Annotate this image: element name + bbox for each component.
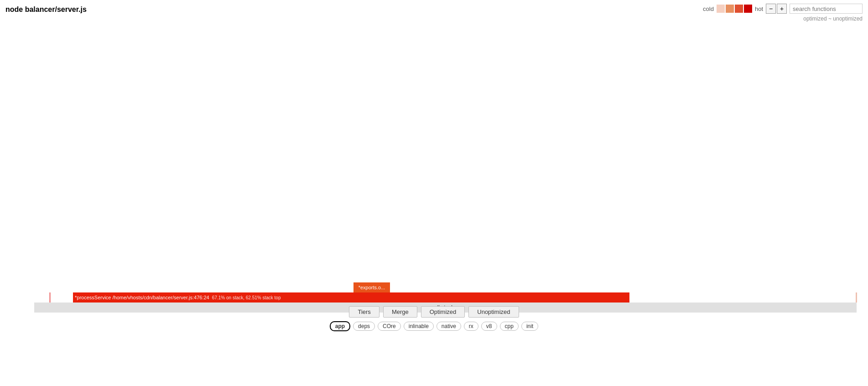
filter-tags: app deps COre inlinable native rx v8 cpp… [330, 321, 539, 331]
hot-label: hot [755, 5, 763, 12]
process-label: *processService /home/vhosts/cdn/balance… [75, 295, 281, 300]
tag-rx[interactable]: rx [464, 322, 478, 331]
tag-core[interactable]: COre [378, 322, 401, 331]
heat-swatches [717, 5, 752, 13]
swatch-2 [726, 5, 734, 13]
swatch-1 [717, 5, 725, 13]
zoom-controls: − + [766, 4, 787, 14]
bottom-controls: Tiers Merge Optimized Unoptimized app de… [0, 306, 868, 331]
heat-controls: cold hot − + [703, 4, 863, 14]
swatch-4 [744, 5, 752, 13]
tag-init[interactable]: init [521, 322, 538, 331]
header-right: cold hot − + optimized ~ unoptimized [703, 4, 863, 22]
tag-inlinable[interactable]: inlinable [404, 322, 434, 331]
page-title: node balancer/server.js [5, 4, 87, 14]
button-row: Tiers Merge Optimized Unoptimized [349, 306, 519, 318]
legend-text: optimized ~ unoptimized [803, 16, 863, 22]
tag-cpp[interactable]: cpp [500, 322, 519, 331]
optimized-button[interactable]: Optimized [421, 306, 465, 318]
flame-bar-exports[interactable]: *exports.o... [353, 282, 390, 292]
tiers-button[interactable]: Tiers [349, 306, 379, 318]
tiny-bar-left [49, 292, 51, 303]
tag-app[interactable]: app [330, 321, 350, 331]
search-input[interactable] [790, 4, 863, 14]
header: node balancer/server.js cold hot − + opt… [0, 0, 868, 26]
merge-button[interactable]: Merge [383, 306, 417, 318]
flame-bar-process[interactable]: *processService /home/vhosts/cdn/balance… [73, 292, 629, 303]
zoom-in-button[interactable]: + [777, 4, 787, 14]
tag-native[interactable]: native [437, 322, 461, 331]
tag-deps[interactable]: deps [353, 322, 375, 331]
cold-label: cold [703, 5, 714, 12]
tiny-bar-right [856, 292, 857, 303]
unoptimized-button[interactable]: Unoptimized [468, 306, 519, 318]
swatch-3 [735, 5, 743, 13]
flamegraph-area [0, 32, 868, 295]
exports-label: *exports.o... [359, 285, 385, 290]
zoom-out-button[interactable]: − [766, 4, 776, 14]
bottom-section: *exports.o... *processService /home/vhos… [0, 295, 868, 386]
tag-v8[interactable]: v8 [481, 322, 497, 331]
